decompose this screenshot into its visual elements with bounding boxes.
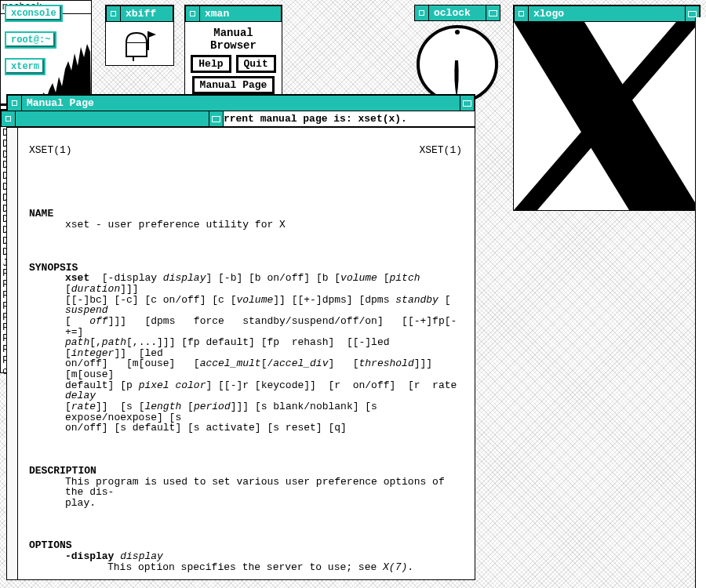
svg-point-4 — [455, 30, 460, 34]
svg-rect-0 — [126, 42, 147, 56]
scrollbar[interactable] — [695, 17, 706, 588]
maximize-icon[interactable] — [486, 5, 500, 20]
manual-page-window[interactable]: Manual Page Options Sections The current… — [6, 94, 475, 580]
quit-button[interactable]: Quit — [236, 55, 276, 73]
xbiff-mailbox-icon — [106, 22, 173, 65]
window-menu-icon[interactable] — [515, 6, 529, 21]
xload-window[interactable]: macbook — [0, 0, 92, 110]
oclock-window[interactable]: oclock — [414, 5, 500, 100]
window-menu-icon[interactable] — [186, 6, 200, 21]
manual-page-button[interactable]: Manual Page — [192, 76, 275, 94]
manual-content: XSET(1)XSET(1) NAME xset - user preferen… — [7, 128, 475, 588]
xlogo-title: xlogo — [529, 8, 685, 20]
help-button[interactable]: Help — [191, 55, 231, 73]
x-logo-icon — [514, 22, 700, 210]
xman-window[interactable]: xman Manual Browser Help Quit Manual Pag… — [184, 5, 282, 103]
xman-browser-title: Manual Browser — [190, 27, 277, 52]
oclock-title: oclock — [429, 7, 486, 19]
xbiff-window[interactable]: xbiff — [105, 5, 174, 66]
maximize-icon[interactable] — [460, 96, 474, 111]
clock-face — [414, 21, 500, 100]
manual-page-title: Manual Page — [22, 97, 460, 109]
xlogo-window[interactable]: xlogo — [513, 5, 701, 211]
window-menu-icon[interactable] — [2, 111, 16, 126]
xbiff-title: xbiff — [121, 8, 173, 20]
scrollbar[interactable] — [7, 128, 18, 579]
manual-page-titlebar[interactable]: Manual Page — [7, 95, 475, 111]
xman-title: xman — [200, 8, 281, 20]
xbiff-titlebar[interactable]: xbiff — [106, 5, 173, 22]
terminal-titlebar[interactable] — [1, 111, 224, 127]
maximize-icon[interactable] — [209, 111, 223, 126]
window-menu-icon[interactable] — [107, 6, 121, 21]
window-menu-icon[interactable] — [415, 5, 429, 20]
xman-titlebar[interactable]: xman — [185, 5, 282, 22]
window-menu-icon[interactable] — [8, 96, 22, 111]
oclock-titlebar[interactable]: oclock — [414, 5, 500, 21]
xload-graph — [1, 14, 91, 106]
xlogo-titlebar[interactable]: xlogo — [514, 5, 700, 22]
